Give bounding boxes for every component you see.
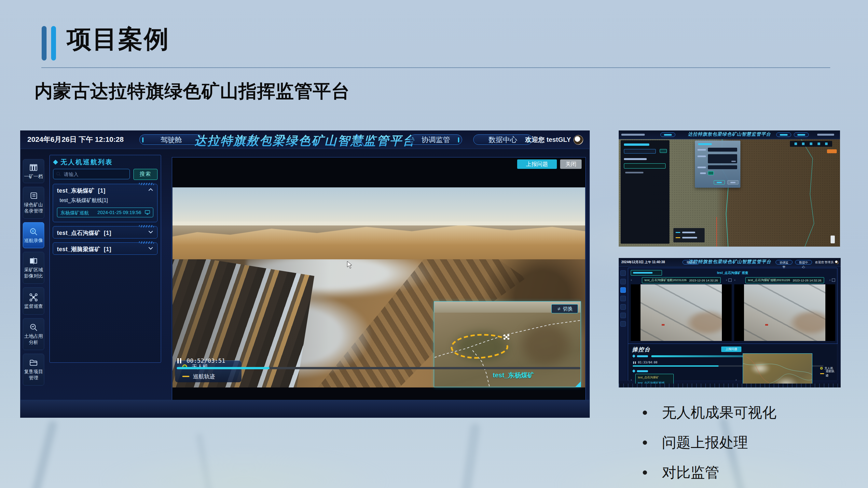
search-input[interactable] — [53, 169, 130, 179]
drone-icon — [29, 293, 38, 302]
bullet-item: 问题上报处理 — [643, 427, 777, 457]
background-stem — [29, 420, 58, 488]
title-divider — [41, 67, 830, 68]
title-accent-bar-light — [51, 26, 56, 61]
upload-chip — [708, 171, 714, 175]
monitor-icon[interactable] — [145, 209, 150, 215]
thumb-data-center-button: 数据中心 — [795, 260, 812, 264]
data-center-button[interactable]: 数据中心 — [473, 134, 532, 145]
background-stem — [460, 423, 480, 488]
chevron-up-icon[interactable] — [148, 188, 153, 192]
compare-center-label: test_点石沟煤矿 巡查 — [717, 271, 748, 275]
thumb-sidebar — [619, 268, 626, 381]
bullet-dot — [643, 411, 647, 415]
panel-title: 无人机巡航列表 — [54, 158, 113, 167]
video-frame — [734, 284, 835, 341]
minimap-mine-label: test_东杨煤矿 — [493, 371, 534, 380]
coordination-button[interactable]: 协调监管 — [409, 134, 462, 145]
mouse-cursor — [347, 261, 352, 269]
header-datetime: 2024年6月26日 下午 12:10:28 — [27, 130, 124, 149]
thumb-avatar — [835, 260, 839, 264]
dashboard-sidebar: 一矿一档 绿色矿山名录管理 巡航录像 采矿区域影像对比 监督巡查 土地占用分析 — [23, 159, 44, 386]
zoom-widget — [831, 235, 835, 243]
chevron-down-icon[interactable] — [148, 230, 153, 234]
sidebar-item-supervision-patrol[interactable]: 监督巡查 — [23, 287, 44, 315]
compare-icon — [29, 256, 38, 265]
sidebar-item-mine-archive[interactable]: 一矿一档 — [23, 159, 44, 183]
compare-video-left: ‹ test_点石沟煤矿巡航20231226 2023-12-26 14:32:… — [631, 277, 732, 341]
console-title: 操控台 — [632, 346, 651, 353]
diamond-icon — [632, 369, 636, 373]
minimap-corner-accent — [576, 382, 581, 387]
slide: 项目案例 内蒙古达拉特旗绿色矿山指挥监管平台 2024年6月26日 下午 12:… — [0, 0, 868, 488]
bullet-dot — [643, 470, 647, 475]
thumb-footer-ticks — [619, 384, 841, 388]
bullet-dot — [643, 441, 647, 445]
page-title: 内蒙古达拉特旗绿色矿山指挥监管平台 — [34, 79, 350, 104]
pause-icon[interactable] — [177, 358, 181, 363]
playback-time: 00:52/03:51 — [177, 357, 225, 364]
clip-chip: test_点石沟煤矿巡航20231226 2023-12-26 14:32:26 — [745, 277, 824, 283]
sidebar-item-image-compare[interactable]: 采矿区域影像对比 — [23, 252, 44, 284]
mine-group-collapsed[interactable]: test_潮脑梁煤矿 [1] — [53, 242, 157, 255]
welcome-text: 欢迎您 testGLY — [525, 130, 571, 149]
title-accent-bar-dark — [42, 26, 46, 61]
cruise-record-row[interactable]: 东杨煤矿巡航 2024-01-25 09:19:56 — [57, 207, 153, 217]
folder-icon — [29, 358, 38, 367]
clip-chip: test_点石沟煤矿巡航20231226 2023-12-26 14:32:26 — [642, 277, 720, 283]
thumb-nav-pill — [776, 132, 791, 137]
video-progress-fill — [177, 367, 270, 369]
thumb-welcome: 欢迎您 管理员 — [815, 258, 834, 266]
thumb-header: 2024年12月3日 上午 11:40:38 驾驶舱 达拉特旗敖包梁绿色矿山智慧… — [619, 258, 841, 267]
archive-icon — [29, 163, 38, 172]
background-blob — [98, 449, 391, 488]
mine-group-collapsed[interactable]: test_点石沟煤矿 [1] — [53, 226, 157, 238]
group-header[interactable]: test_东杨煤矿 [1] — [53, 184, 157, 196]
report-dialog — [695, 140, 740, 188]
sidebar-item-reclamation[interactable]: 复垦项目管理 — [23, 354, 44, 386]
search-row: 搜索 — [53, 169, 157, 179]
thumbnail-map-report: 达拉特旗敖包梁绿色矿山智慧监管平台 — [619, 130, 840, 247]
report-issue-button[interactable]: 上报问题 — [517, 159, 557, 169]
thumb-progress-fill — [633, 365, 719, 367]
map-toolbar — [790, 141, 832, 147]
tool-icon — [795, 142, 797, 145]
dialog-confirm-button — [714, 180, 725, 185]
sidebar-item-land-analysis[interactable]: 土地占用分析 — [23, 318, 44, 350]
section-title: 项目案例 — [67, 23, 169, 56]
thumb-legend: 无人机 巡航轨迹 — [820, 366, 837, 376]
thumb-platform-title: 达拉特旗敖包梁绿色矿山智慧监管平台 — [688, 259, 771, 265]
thumb-playback-time: ❚❚ 01:33/04:08 — [633, 361, 657, 364]
sidebar-item-cruise-video[interactable]: 巡航录像 — [23, 222, 44, 248]
minimap[interactable]: 切换 test_东杨煤矿 — [434, 301, 581, 387]
track-line-icon — [182, 376, 189, 377]
video-player-panel: 上报问题 关闭 无人机 — [172, 157, 586, 400]
track-line-icon — [820, 373, 824, 374]
drone-dot-icon — [820, 367, 823, 369]
map-legend — [673, 228, 705, 242]
route-row[interactable]: test_东杨煤矿航线[1] — [60, 197, 114, 204]
dashboard-header: 2024年6月26日 下午 12:10:28 驾驶舱 达拉特旗敖包梁绿色矿山智慧… — [20, 130, 590, 149]
cockpit-button[interactable]: 驾驶舱 — [139, 134, 203, 145]
user-avatar[interactable] — [574, 135, 583, 145]
excavator-dot — [765, 324, 768, 326]
thumb-nav-pill — [794, 132, 809, 137]
thumb-platform-title: 达拉特旗敖包梁绿色矿山智慧监管平台 — [688, 131, 771, 137]
bullet-item: 对比监管 — [643, 457, 777, 487]
switch-view-button[interactable]: 切换 — [551, 304, 578, 313]
bullet-item: 无人机成果可视化 — [643, 397, 777, 427]
sidebar-item-green-mine-list[interactable]: 绿色矿山名录管理 — [23, 187, 44, 219]
sky — [173, 187, 585, 225]
search-button[interactable]: 搜索 — [133, 169, 157, 180]
feature-bullets: 无人机成果可视化 问题上报处理 对比监管 — [643, 397, 777, 487]
thumb-left-panel — [621, 140, 670, 244]
compare-mode-chip — [631, 270, 662, 275]
pill-tick — [458, 137, 459, 142]
chevron-down-icon[interactable] — [148, 246, 153, 250]
diamond-icon — [632, 355, 636, 358]
scroll-icon — [29, 191, 38, 200]
map-action-chip — [827, 149, 837, 153]
thumb-minimap-roads — [743, 354, 812, 388]
video-progress-bar[interactable] — [177, 367, 580, 369]
close-button[interactable]: 关闭 — [560, 159, 582, 169]
